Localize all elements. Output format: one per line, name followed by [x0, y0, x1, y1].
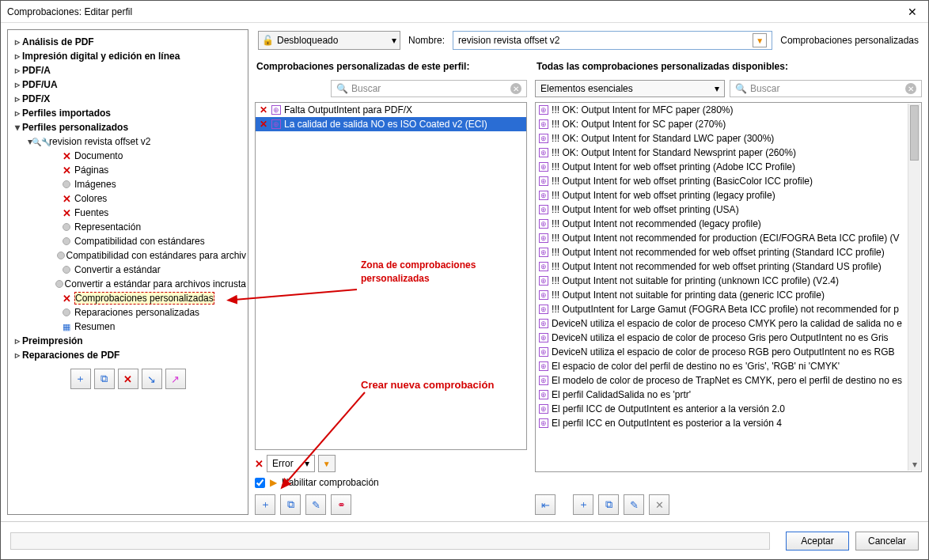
- tree-item[interactable]: Compatibilidad con estándares para archi…: [9, 248, 246, 263]
- chevron-down-icon: ▾: [392, 35, 396, 46]
- available-search-input[interactable]: 🔍 Buscar ✕: [730, 80, 922, 97]
- unlock-icon: 🔓: [262, 35, 274, 46]
- list-item[interactable]: ⊕!!! Output Intent not suitable for prin…: [536, 288, 921, 302]
- tree-item[interactable]: ✕Fuentes: [9, 206, 246, 220]
- tree-toolbar: ＋ ⧉ ✕ ↘ ↗: [9, 369, 246, 389]
- scrollbar[interactable]: ▴ ▾: [908, 104, 920, 471]
- available-checks-header: Todas las comprobaciones personalizadas …: [535, 56, 922, 80]
- available-checks-list[interactable]: ▴ ▾ ⊕!!! OK: Output Intent for MFC paper…: [535, 102, 922, 472]
- tree-item[interactable]: ▹Impresión digital y edición en línea: [9, 49, 246, 63]
- list-item[interactable]: ⊕!!! Output Intent not recommended for w…: [536, 245, 921, 259]
- clear-icon[interactable]: ✕: [510, 83, 521, 94]
- tree-export-button[interactable]: ↗: [165, 369, 186, 389]
- list-item[interactable]: ⊕El perfil CalidadSalida no es 'prtr': [536, 388, 921, 402]
- enable-check-label: Habilitar comprobación: [282, 477, 379, 488]
- tree-item[interactable]: ▹Preimpresión: [9, 334, 246, 348]
- list-item[interactable]: ⊕!!! Output Intent not suitable for prin…: [536, 274, 921, 288]
- assign-check-button[interactable]: ⇤: [535, 494, 556, 515]
- tree-item[interactable]: ✕Colores: [9, 191, 246, 206]
- footer: Aceptar Cancelar: [1, 521, 928, 559]
- window-title: Comprobaciones: Editar perfil: [7, 6, 903, 17]
- tree-item[interactable]: ▹PDF/UA: [9, 78, 246, 92]
- tree-item[interactable]: Compatibilidad con estándares: [9, 234, 246, 248]
- list-item[interactable]: ✕⊕Falta OutputIntent para PDF/X: [256, 103, 526, 117]
- list-item[interactable]: ⊕!!! OK: Output Intent for Standard LWC …: [536, 131, 921, 146]
- profile-search-input[interactable]: 🔍 Buscar ✕: [331, 80, 527, 97]
- tree-item[interactable]: ▹Perfiles importados: [9, 106, 246, 120]
- tree-item[interactable]: ▹Reparaciones de PDF: [9, 348, 246, 362]
- list-item[interactable]: ⊕!!! Output Intent for web offset printi…: [536, 174, 921, 188]
- ok-button[interactable]: Aceptar: [786, 532, 849, 551]
- scroll-down-icon[interactable]: ▾: [908, 458, 920, 471]
- profile-name-input[interactable]: revision revista offset v2 ▼: [453, 31, 772, 50]
- close-icon[interactable]: ✕: [903, 6, 922, 18]
- tree-item[interactable]: ▾🔍🔧revision revista offset v2: [9, 134, 246, 149]
- top-bar: 🔓 Desbloqueado ▾ Nombre: revision revist…: [255, 29, 922, 56]
- list-item[interactable]: ⊕!!! OK: Output Intent for SC paper (270…: [536, 117, 921, 131]
- tree-item[interactable]: ▹PDF/X: [9, 92, 246, 106]
- list-item[interactable]: ⊕El espacio de color del perfil de desti…: [536, 359, 921, 373]
- enable-check-checkbox[interactable]: [255, 478, 265, 488]
- scroll-thumb[interactable]: [910, 105, 919, 161]
- top-right-label: Comprobaciones personalizadas: [780, 35, 919, 46]
- list-item[interactable]: ⊕!!! Output Intent for web offset printi…: [536, 202, 921, 217]
- dup-check-button[interactable]: ⧉: [280, 494, 301, 515]
- status-bar: [10, 532, 770, 550]
- tree-import-button[interactable]: ↘: [142, 369, 162, 389]
- name-label: Nombre:: [408, 35, 445, 46]
- search-icon: 🔍: [336, 83, 348, 94]
- list-item[interactable]: ⊕DeviceN utiliza el espacio de color de …: [536, 316, 921, 331]
- severity-dropdown[interactable]: Error ▾: [267, 455, 315, 472]
- tree-item[interactable]: Reparaciones personalizadas: [9, 305, 246, 320]
- tree-item[interactable]: Convertir a estándar: [9, 263, 246, 277]
- list-item[interactable]: ✕⊕La calidad de salida NO es ISO Coated …: [256, 117, 526, 131]
- new-check-button[interactable]: ＋: [573, 494, 593, 515]
- list-item[interactable]: ⊕El perfil ICC de OutputIntent es anteri…: [536, 402, 921, 416]
- cancel-button[interactable]: Cancelar: [855, 532, 919, 551]
- tree-item[interactable]: ▾Perfiles personalizados: [9, 120, 246, 134]
- profile-checks-list[interactable]: ✕⊕Falta OutputIntent para PDF/X✕⊕La cali…: [255, 102, 527, 450]
- tree-item[interactable]: Convertir a estándar para archivos incru…: [9, 277, 246, 291]
- list-item[interactable]: ⊕El perfil ICC en OutputIntent es poster…: [536, 416, 921, 430]
- list-item[interactable]: ⊕DeviceN utiliza el espacio de color de …: [536, 331, 921, 345]
- category-dropdown[interactable]: Elementos esenciales ▾: [535, 80, 725, 97]
- title-bar: Comprobaciones: Editar perfil ✕: [1, 1, 928, 23]
- edit-avail-button[interactable]: ✎: [624, 494, 644, 515]
- list-item[interactable]: ⊕DeviceN utiliza el espacio de color de …: [536, 345, 921, 359]
- tree-item[interactable]: Representación: [9, 220, 246, 234]
- dup-avail-button[interactable]: ⧉: [598, 494, 619, 515]
- list-item[interactable]: ⊕!!! Output Intent for web offset printi…: [536, 188, 921, 202]
- tree-item[interactable]: ✕Comprobaciones personalizadas: [9, 291, 246, 305]
- list-item[interactable]: ⊕!!! Output Intent not recommended (lega…: [536, 217, 921, 231]
- tree-item[interactable]: ▹PDF/A: [9, 63, 246, 78]
- tree-item[interactable]: ▹Análisis de PDF: [9, 35, 246, 49]
- list-item[interactable]: ⊕!!! OK: Output Intent for Standard News…: [536, 146, 921, 160]
- list-item[interactable]: ⊕!!! Output Intent not recommended for w…: [536, 259, 921, 274]
- tree-pane: ▹Análisis de PDF▹Impresión digital y edi…: [7, 29, 248, 515]
- add-check-button[interactable]: ＋: [255, 494, 275, 515]
- chevron-down-icon: ▾: [715, 83, 719, 94]
- tree-dup-button[interactable]: ⧉: [94, 369, 115, 389]
- lock-dropdown[interactable]: 🔓 Desbloqueado ▾: [258, 31, 400, 50]
- error-x-icon: ✕: [255, 458, 264, 470]
- options-icon[interactable]: ▼: [753, 33, 767, 47]
- tree-add-button[interactable]: ＋: [70, 369, 91, 389]
- profile-checks-header: Comprobaciones personalizadas de este pe…: [255, 56, 527, 80]
- search-icon: 🔍: [735, 83, 747, 94]
- severity-options-button[interactable]: ▼: [318, 455, 336, 472]
- tree-del-button[interactable]: ✕: [118, 369, 138, 389]
- edit-check-button[interactable]: ✎: [305, 494, 326, 515]
- tree-item[interactable]: Imágenes: [9, 177, 246, 191]
- tree-item[interactable]: ▦Resumen: [9, 320, 246, 334]
- tree-item[interactable]: ✕Documento: [9, 149, 246, 163]
- list-item[interactable]: ⊕!!! Output Intent not recommended for p…: [536, 231, 921, 245]
- list-item[interactable]: ⊕!!! OutputIntent for Large Gamut (FOGRA…: [536, 302, 921, 316]
- tree-item[interactable]: ✕Páginas: [9, 163, 246, 177]
- clear-icon[interactable]: ✕: [905, 83, 916, 94]
- unlink-check-button[interactable]: ⚭: [331, 494, 351, 515]
- list-item[interactable]: ⊕El modelo de color de proceso de TrapNe…: [536, 373, 921, 388]
- list-item[interactable]: ⊕!!! Output Intent for web offset printi…: [536, 160, 921, 174]
- flag-icon: ▶: [270, 477, 277, 488]
- delete-avail-button[interactable]: ✕: [649, 494, 669, 515]
- list-item[interactable]: ⊕!!! OK: Output Intent for MFC paper (28…: [536, 103, 921, 117]
